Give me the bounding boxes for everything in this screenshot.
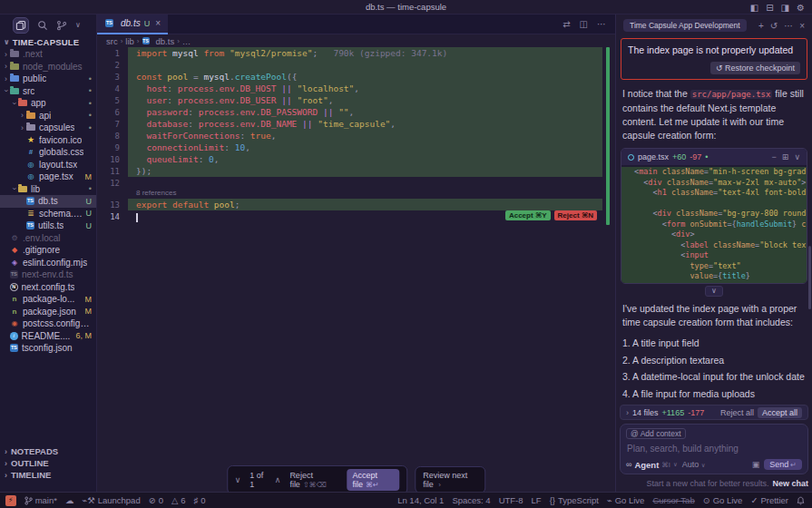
more-actions-icon[interactable]: ⋯ bbox=[597, 19, 606, 29]
warnings-indicator[interactable]: △6 bbox=[171, 495, 186, 505]
expand-icon[interactable]: ∨ bbox=[794, 152, 800, 161]
code-line-8[interactable]: 8 waitForConnections: true, bbox=[97, 130, 602, 142]
code-line-3[interactable]: 3const pool = mysql.createPool({ bbox=[97, 71, 602, 83]
expand-code-chevron[interactable]: ∨ bbox=[705, 286, 723, 297]
sidebar-section-outline[interactable]: ›OUTLINE bbox=[0, 457, 96, 469]
inline-code[interactable]: src/app/page.tsx bbox=[690, 90, 773, 99]
go-live[interactable]: ⌁Go Live bbox=[607, 495, 644, 505]
tree-item-app[interactable]: ›app• bbox=[0, 97, 96, 110]
toggle-right-panel-icon[interactable]: ◨ bbox=[781, 3, 789, 13]
new-chat-icon[interactable]: + bbox=[758, 21, 764, 31]
review-next-file-button[interactable]: Review next file › bbox=[415, 466, 485, 492]
indentation[interactable]: Spaces: 4 bbox=[452, 495, 490, 505]
chevron-expanded-icon[interactable]: › bbox=[10, 185, 19, 193]
tree-item-utils-ts[interactable]: TSutils.tsU bbox=[0, 220, 96, 232]
agent-mode-dropdown[interactable]: ∞ Agent ⌘I ∨ bbox=[626, 460, 678, 470]
accept-diff-button[interactable]: Accept ⌘Y bbox=[505, 210, 551, 220]
tree-item-readme[interactable]: iREADME....6, M bbox=[0, 330, 96, 343]
sidebar-section-timeline[interactable]: ›TIMELINE bbox=[0, 469, 96, 481]
code-line-7[interactable]: 7 database: process.env.DB_NAME || "time… bbox=[97, 118, 602, 130]
remote-indicator[interactable]: ⚡ bbox=[5, 495, 16, 506]
code-line-1[interactable]: 1import mysql from "mysql2/promise"; 790… bbox=[97, 47, 602, 59]
sidebar-section-notepads[interactable]: ›NOTEPADS bbox=[0, 445, 96, 457]
toggle-bottom-panel-icon[interactable]: ⊟ bbox=[766, 3, 773, 13]
chevron-down-icon[interactable]: ∨ bbox=[75, 21, 81, 29]
tree-item-postcss-config-mjs[interactable]: ◉postcss.config.mjs bbox=[0, 318, 96, 330]
tree-item-eslint-config-mjs[interactable]: ◈eslint.config.mjs bbox=[0, 257, 96, 269]
tree-item-layout-tsx[interactable]: ◎layout.tsx bbox=[0, 159, 96, 171]
collapse-icon[interactable]: − bbox=[772, 152, 777, 161]
toggle-left-panel-icon[interactable]: ◧ bbox=[750, 3, 758, 13]
send-button[interactable]: Send↵ bbox=[764, 459, 802, 470]
accept-all-button[interactable]: Accept all bbox=[758, 407, 802, 418]
tab-db-ts[interactable]: TS db.ts U × bbox=[97, 15, 168, 34]
code-line-11[interactable]: 11}); bbox=[97, 165, 602, 177]
search-icon[interactable] bbox=[37, 20, 48, 31]
tree-item-capsules[interactable]: ›capsules• bbox=[0, 122, 96, 134]
source-control-icon[interactable] bbox=[56, 20, 67, 31]
tree-item-globals-css[interactable]: #globals.css bbox=[0, 146, 96, 159]
changed-files-bar[interactable]: › 14 files +1165 -177 Reject all Accept … bbox=[620, 405, 808, 420]
tree-item-db-ts[interactable]: TSdb.tsU bbox=[0, 195, 96, 208]
model-dropdown[interactable]: Auto ∨ bbox=[682, 460, 706, 469]
reject-diff-button[interactable]: Reject ⌘N bbox=[554, 210, 597, 220]
restore-checkpoint-button[interactable]: ↺ Restore checkpoint bbox=[710, 62, 800, 74]
close-panel-icon[interactable]: × bbox=[799, 21, 805, 31]
launchpad[interactable]: ⌁⚒Launchpad bbox=[82, 495, 140, 505]
tree-item-next[interactable]: ›.next bbox=[0, 48, 96, 61]
go-live-2[interactable]: ⊙Go Live bbox=[703, 495, 743, 505]
tree-item-public[interactable]: ›public• bbox=[0, 73, 96, 85]
close-tab-icon[interactable]: × bbox=[155, 18, 161, 28]
chevron-collapsed-icon[interactable]: › bbox=[18, 123, 26, 132]
code-line-13[interactable]: 13export default pool; bbox=[97, 199, 602, 210]
chevron-collapsed-icon[interactable]: › bbox=[2, 50, 10, 59]
chat-input-box[interactable]: @Add context Plan, search, build anythin… bbox=[620, 424, 808, 474]
cursor-position[interactable]: Ln 14, Col 1 bbox=[397, 495, 444, 505]
tree-item-next-env-d-ts[interactable]: TSnext-env.d.ts bbox=[0, 269, 96, 281]
copy-icon[interactable]: ⊞ bbox=[782, 152, 789, 161]
more-options-icon[interactable]: ⋯ bbox=[784, 21, 793, 31]
tree-item-next-config-ts[interactable]: Nnext.config.ts bbox=[0, 281, 96, 294]
notifications[interactable] bbox=[797, 496, 805, 505]
explorer-icon[interactable] bbox=[13, 17, 29, 34]
tree-item-src[interactable]: ›src• bbox=[0, 85, 96, 98]
tree-item-lib[interactable]: ›lib• bbox=[0, 183, 96, 196]
new-chat-button[interactable]: New chat bbox=[772, 479, 808, 488]
cursor-tab[interactable]: Cursor Tab bbox=[652, 495, 694, 505]
tree-item-env-local[interactable]: ⚙.env.local bbox=[0, 232, 96, 245]
reject-all-button[interactable]: Reject all bbox=[720, 408, 754, 417]
prettier[interactable]: ✓Prettier bbox=[750, 495, 788, 505]
code-line-2[interactable]: 2 bbox=[97, 59, 602, 71]
ports-indicator[interactable]: ♯0 bbox=[194, 495, 206, 505]
errors-indicator[interactable]: ⊘0 bbox=[149, 495, 163, 505]
tree-item-node-modules[interactable]: ›node_modules bbox=[0, 61, 96, 73]
encoding[interactable]: UTF-8 bbox=[499, 495, 523, 505]
code-line-6[interactable]: 6 password: process.env.DB_PASSWORD || "… bbox=[97, 106, 602, 118]
chat-tab-title[interactable]: Time Capsule App Development bbox=[623, 19, 747, 32]
reject-file-button[interactable]: Reject file⇧⌘⌫ bbox=[289, 471, 338, 489]
tree-item-api[interactable]: ›api• bbox=[0, 110, 96, 122]
code-line-9[interactable]: 9 connectionLimit: 10, bbox=[97, 142, 602, 153]
tree-item-schema-s[interactable]: ≣schema.s...U bbox=[0, 208, 96, 220]
code-line-5[interactable]: 5 user: process.env.DB_USER || "root", bbox=[97, 94, 602, 106]
tree-item-package-json[interactable]: npackage.jsonM bbox=[0, 306, 96, 318]
codelens-references[interactable]: 8 references bbox=[97, 189, 602, 199]
breadcrumb[interactable]: src › lib › TS db.ts › … bbox=[97, 34, 615, 47]
attach-image-icon[interactable]: ▣ bbox=[752, 460, 760, 469]
code-line-4[interactable]: 4 host: process.env.DB_HOST || "localhos… bbox=[97, 83, 602, 94]
project-header[interactable]: ∨ TIME-CAPSULE bbox=[0, 35, 96, 48]
chevron-expanded-icon[interactable]: › bbox=[2, 87, 11, 95]
tree-item-gitignore[interactable]: ◆.gitignore bbox=[0, 244, 96, 257]
tree-item-page-tsx[interactable]: ◎page.tsxM bbox=[0, 171, 96, 183]
prev-diff-icon[interactable]: ∨ bbox=[235, 475, 241, 484]
compare-changes-icon[interactable]: ⇄ bbox=[563, 19, 570, 29]
tree-item-package-lo[interactable]: npackage-lo...M bbox=[0, 293, 96, 306]
chevron-expanded-icon[interactable]: › bbox=[10, 99, 19, 107]
settings-gear-icon[interactable]: ⚙ bbox=[797, 3, 805, 13]
accept-file-button[interactable]: Accept file⌘↵ bbox=[347, 469, 399, 491]
split-editor-icon[interactable]: ◫ bbox=[580, 19, 588, 29]
tree-item-favicon-ico[interactable]: ★favicon.ico bbox=[0, 134, 96, 147]
git-branch[interactable]: main* bbox=[24, 495, 57, 505]
code-block-header[interactable]: page.tsx +60 -97 • − ⊞ ∨ bbox=[621, 149, 807, 165]
code-line-10[interactable]: 10 queueLimit: 0, bbox=[97, 153, 602, 165]
